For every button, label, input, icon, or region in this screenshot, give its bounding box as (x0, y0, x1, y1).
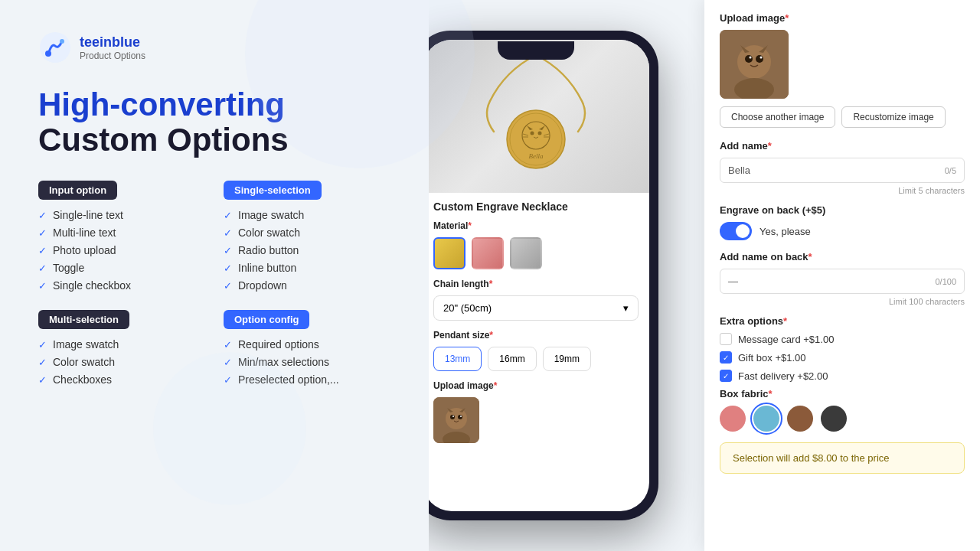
check-icon: ✓ (38, 227, 47, 239)
list-item: ✓Radio button (224, 244, 390, 256)
toggle-knob (736, 224, 750, 238)
check-icon: ✓ (224, 280, 232, 292)
engrave-toggle-row: Yes, please (720, 222, 965, 240)
checkbox-message-card[interactable] (720, 333, 732, 345)
list-item: ✓Single-line text (38, 209, 205, 221)
fabric-swatch-brown[interactable] (787, 406, 813, 432)
check-icon: ✓ (38, 262, 47, 274)
list-item: ✓Toggle (38, 262, 205, 274)
svg-point-24 (750, 57, 752, 59)
list-item: ✓Photo upload (38, 244, 205, 256)
logo-sub: Product Options (80, 51, 145, 61)
svg-point-18 (460, 416, 462, 417)
checkbox-fast-delivery[interactable]: ✓ (720, 370, 732, 382)
feature-option-config: Option config ✓Required options ✓Min/max… (224, 310, 390, 386)
add-name-back-label: Add name on back (720, 251, 965, 262)
fabric-swatch-blue[interactable] (753, 406, 779, 432)
headline-line1: High-converting (38, 87, 390, 122)
svg-point-22 (745, 55, 753, 63)
cat-thumbnail (433, 397, 479, 443)
features-grid: Input option ✓Single-line text ✓Multi-li… (38, 181, 390, 386)
headline: High-converting Custom Options (38, 87, 390, 158)
upload-image-box (720, 30, 789, 99)
svg-point-2 (60, 39, 64, 44)
list-item: ✓Color swatch (224, 227, 390, 239)
phone-upload-label: Upload image* (433, 380, 639, 391)
multi-selection-list: ✓Image swatch ✓Color swatch ✓Checkboxes (38, 338, 205, 386)
pendant-size-label: Pendant size* (433, 330, 639, 341)
add-name-input[interactable]: Bella 0/5 (720, 158, 965, 183)
input-option-list: ✓Single-line text ✓Multi-line text ✓Phot… (38, 209, 205, 292)
extra-options-label: Extra options (720, 315, 965, 327)
material-swatches (433, 237, 639, 269)
add-name-label: Add name (720, 140, 965, 152)
engrave-toggle-switch[interactable] (720, 222, 752, 240)
swatch-rose[interactable] (472, 237, 504, 269)
svg-point-23 (756, 55, 763, 63)
cat-image-large (720, 30, 789, 99)
recustomize-image-button[interactable]: Recustomize image (841, 106, 945, 128)
pendant-size-buttons: 13mm 16mm 19mm (433, 347, 639, 371)
check-icon: ✓ (224, 262, 232, 274)
check-icon: ✓ (38, 245, 47, 256)
name-limit-text: Limit 5 characters (720, 186, 965, 195)
list-item: ✓Min/max selections (224, 356, 390, 368)
chain-length-dropdown[interactable]: 20" (50cm) ▾ (433, 295, 639, 321)
svg-point-17 (452, 416, 454, 417)
check-icon: ✓ (38, 280, 47, 292)
svg-point-15 (450, 415, 455, 419)
list-item: ✓Single checkbox (38, 279, 205, 292)
check-icon: ✓ (224, 357, 232, 368)
badge-single-selection: Single-selection (224, 181, 322, 200)
name-char-count: 0/5 (945, 166, 956, 175)
logo-brand: teeinblue (80, 34, 145, 51)
phone-upload-section (433, 397, 639, 443)
engrave-label: Engrave on back (+$5) (720, 204, 965, 216)
phone-area: Bella Custom Engrave Necklace Material* (390, 0, 681, 551)
check-icon: ✓ (224, 374, 232, 386)
fabric-swatch-pink[interactable] (720, 406, 746, 432)
size-btn-16mm[interactable]: 16mm (488, 347, 536, 371)
right-panel: Upload image Choose another image Recust… (704, 0, 980, 551)
extra-option-label-2: Fast delivery +$2.00 (738, 370, 828, 382)
option-config-list: ✓Required options ✓Min/max selections ✓P… (224, 338, 390, 386)
phone-screen: Bella Custom Engrave Necklace Material* (423, 40, 649, 511)
list-item: ✓Color swatch (38, 356, 205, 368)
logo-icon (38, 31, 72, 64)
list-item: ✓Required options (224, 338, 390, 350)
check-icon: ✓ (224, 210, 232, 221)
badge-multi-selection: Multi-selection (38, 310, 129, 329)
name-back-limit-text: Limit 100 characters (720, 297, 965, 306)
swatch-gold[interactable] (433, 237, 466, 269)
choose-another-image-button[interactable]: Choose another image (720, 106, 835, 128)
chevron-down-icon: ▾ (623, 302, 629, 314)
list-item: ✓Preselected option,... (224, 373, 390, 386)
check-icon: ✓ (224, 227, 232, 239)
list-item: ✓Multi-line text (38, 227, 205, 239)
check-icon: ✓ (38, 357, 47, 368)
swatch-silver[interactable] (510, 237, 542, 269)
feature-multi-selection: Multi-selection ✓Image swatch ✓Color swa… (38, 310, 205, 386)
extra-option-0: Message card +$1.00 (720, 333, 965, 345)
list-item: ✓Image swatch (224, 209, 390, 221)
add-name-back-input[interactable]: — 0/100 (720, 269, 965, 294)
phone-notch (498, 41, 574, 60)
extra-option-1: ✓ Gift box +$1.00 (720, 351, 965, 364)
check-icon: ✓ (38, 210, 47, 221)
size-btn-13mm[interactable]: 13mm (433, 347, 482, 371)
box-fabric-swatches (720, 406, 965, 432)
necklace-svg: Bella (459, 47, 612, 185)
product-info: Custom Engrave Necklace Material* Chain … (423, 193, 649, 457)
fabric-swatch-dark[interactable] (821, 406, 847, 432)
checkbox-gift-box[interactable]: ✓ (720, 351, 732, 364)
phone-content[interactable]: Bella Custom Engrave Necklace Material* (423, 40, 649, 511)
size-btn-19mm[interactable]: 19mm (543, 347, 591, 371)
check-icon: ✓ (38, 374, 47, 386)
upload-image-label: Upload image (720, 12, 965, 24)
svg-point-6 (531, 132, 534, 135)
extra-option-2: ✓ Fast delivery +$2.00 (720, 370, 965, 382)
product-image-container: Bella (423, 40, 649, 193)
svg-point-21 (737, 45, 771, 79)
product-title: Custom Engrave Necklace (433, 201, 639, 213)
logo-area: teeinblue Product Options (38, 31, 390, 64)
